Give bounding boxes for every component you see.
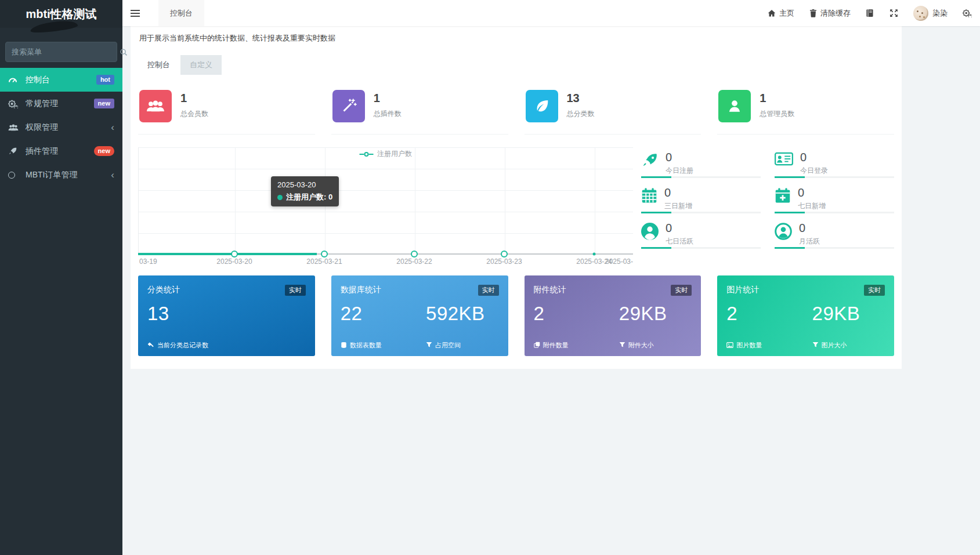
tab-custom[interactable]: 自定义	[180, 55, 222, 75]
user-icon	[718, 90, 751, 122]
navbar-right: 主页 清除缓存 染染	[768, 6, 980, 21]
mini-stat-label: 今日登录	[800, 166, 828, 176]
chevron-left-icon: ‹	[111, 122, 114, 132]
user-circle-outline-icon	[775, 223, 792, 242]
new-badge: new	[94, 146, 114, 156]
gavel-icon	[147, 342, 154, 350]
mini-stat-seven-day-new: 0 七日新增	[775, 183, 894, 218]
database-stats-card: 数据库统计 实时 22 592KB 数据表数量 占用空间	[331, 275, 508, 356]
card-footer-label: 附件大小	[628, 341, 654, 350]
avatar	[913, 6, 928, 21]
log-button[interactable]	[866, 9, 874, 17]
mini-stat-today-login: 0 今日登录	[775, 147, 894, 183]
stat-label: 总会员数	[180, 109, 208, 119]
trash-icon	[809, 9, 817, 17]
card-value: 2	[726, 303, 812, 325]
realtime-badge: 实时	[864, 285, 885, 296]
page-description: 用于展示当前系统中的统计数据、统计报表及重要实时数据	[138, 31, 894, 43]
sidebar-item-addon[interactable]: 插件管理 new	[0, 139, 122, 163]
menu-toggle-button[interactable]	[122, 0, 148, 26]
stat-label: 总插件数	[374, 109, 402, 119]
calendar-plus-icon	[775, 187, 791, 206]
stat-value: 13	[567, 92, 595, 105]
users-group-icon	[139, 90, 172, 122]
sidebar-item-dashboard[interactable]: 控制台 hot	[0, 68, 122, 92]
mini-progress	[641, 247, 761, 249]
card-title: 分类统计	[147, 285, 180, 295]
filter-icon	[812, 342, 819, 349]
sidebar-item-mbti-orders[interactable]: MBTI订单管理 ‹	[0, 163, 122, 187]
card-footer-label: 数据表数量	[350, 341, 382, 350]
stat-label: 总管理员数	[760, 109, 794, 119]
search-input[interactable]	[6, 48, 120, 56]
chevron-left-icon: ‹	[111, 170, 114, 180]
sidebar-search	[5, 42, 117, 62]
app-window: mbti性格测试 控制台 hot 常规管理 new	[0, 0, 980, 555]
mini-stat-label: 七日新增	[798, 201, 826, 211]
stat-value: 1	[180, 92, 208, 105]
mini-progress	[775, 247, 894, 249]
registered-users-chart[interactable]: 注册用户数 03-19 2025-03-20 2025-03-21 20	[138, 147, 633, 266]
tooltip-date: 2025-03-20	[277, 180, 332, 189]
fullscreen-button[interactable]	[889, 9, 898, 17]
card-value: 29KB	[619, 303, 692, 325]
sidebar: mbti性格测试 控制台 hot 常规管理 new	[0, 0, 122, 555]
mini-progress	[641, 176, 761, 178]
mini-stat-value: 0	[799, 222, 820, 235]
tab-dashboard[interactable]: 控制台	[138, 55, 179, 75]
x-tick-label: 03-19	[139, 257, 157, 266]
home-link[interactable]: 主页	[768, 8, 794, 19]
new-badge: new	[94, 99, 114, 108]
sidebar-item-label: 权限管理	[26, 122, 111, 133]
card-footer-label: 附件数量	[543, 341, 569, 350]
mini-stat-value: 0	[798, 186, 826, 199]
search-icon[interactable]	[120, 48, 128, 56]
mini-stat-seven-day-active: 0 七日活跃	[641, 218, 761, 253]
card-title: 数据库统计	[341, 285, 381, 295]
clear-cache-link[interactable]: 清除缓存	[809, 8, 851, 19]
users-icon	[8, 124, 22, 132]
tooltip-value: 注册用户数: 0	[286, 192, 332, 202]
mini-stat-label: 月活跃	[799, 237, 820, 246]
topbar-tab-dashboard[interactable]: 控制台	[158, 0, 204, 26]
mini-stat-value: 0	[664, 186, 692, 199]
sidebar-item-auth[interactable]: 权限管理 ‹	[0, 115, 122, 139]
user-menu[interactable]: 染染	[913, 6, 948, 21]
card-value: 22	[341, 303, 426, 325]
clone-icon	[534, 342, 540, 349]
realtime-badge: 实时	[478, 285, 499, 296]
card-value: 592KB	[426, 303, 498, 325]
home-icon	[768, 9, 776, 17]
dashboard-panel: 用于展示当前系统中的统计数据、统计报表及重要实时数据 控制台 自定义 1 总会员…	[131, 26, 902, 369]
top-navbar: 控制台 主页 清除缓存 染染	[122, 0, 980, 26]
clear-cache-label: 清除缓存	[820, 8, 851, 19]
realtime-badge: 实时	[285, 285, 306, 296]
stats-row: 1 总会员数 1 总插件数	[138, 84, 894, 135]
chart-line-series	[138, 147, 633, 266]
sidebar-item-label: 插件管理	[26, 146, 94, 157]
category-stats-card: 分类统计 实时 13 当前分类总记录数	[138, 275, 315, 356]
mini-stat-value: 0	[666, 151, 693, 164]
filter-icon	[426, 342, 432, 349]
mini-stat-label: 今日注册	[666, 166, 693, 176]
mini-stat-today-registered: 0 今日注册	[641, 147, 761, 183]
gears-icon	[8, 99, 22, 108]
stat-total-members: 1 总会员数	[138, 84, 315, 135]
attachment-stats-card: 附件统计 实时 2 29KB 附件数量 附件大小	[525, 275, 701, 356]
mini-stats-grid: 0 今日注册 0 今日登录	[641, 147, 894, 266]
mini-progress	[775, 176, 894, 178]
rocket-icon	[8, 147, 22, 156]
username-label: 染染	[932, 8, 948, 19]
chart-tooltip: 2025-03-20 注册用户数: 0	[271, 176, 339, 206]
stat-value: 1	[760, 92, 794, 105]
sidebar-item-general[interactable]: 常规管理 new	[0, 92, 122, 115]
user-circle-icon	[641, 223, 659, 242]
content-area: 用于展示当前系统中的统计数据、统计报表及重要实时数据 控制台 自定义 1 总会员…	[122, 26, 980, 555]
mini-stat-label: 三日新增	[664, 201, 692, 211]
settings-button[interactable]	[963, 9, 972, 17]
realtime-badge: 实时	[671, 285, 692, 296]
card-value: 13	[147, 303, 233, 325]
database-icon	[341, 342, 347, 350]
mini-progress	[641, 212, 761, 213]
sidebar-menu: 控制台 hot 常规管理 new 权限管理 ‹	[0, 68, 122, 187]
